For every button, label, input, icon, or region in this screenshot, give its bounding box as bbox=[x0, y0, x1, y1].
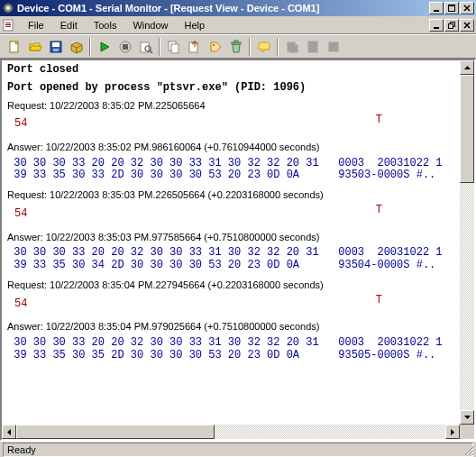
svg-rect-15 bbox=[53, 49, 59, 51]
answer-hex: 30 30 30 33 20 20 32 30 30 33 31 30 32 3… bbox=[7, 247, 454, 272]
status-text: Ready bbox=[3, 443, 473, 457]
menu-bar: File Edit Tools Window Help bbox=[22, 18, 429, 32]
mdi-minimize-button[interactable] bbox=[429, 19, 444, 32]
request-hex: 54 bbox=[7, 208, 27, 221]
svg-rect-18 bbox=[141, 42, 149, 52]
disabled-tool-1-icon bbox=[281, 37, 302, 57]
svg-line-20 bbox=[150, 50, 152, 53]
scroll-down-button[interactable] bbox=[460, 410, 474, 425]
request-ascii: T bbox=[376, 114, 454, 136]
copy-icon[interactable] bbox=[163, 37, 184, 57]
new-icon[interactable] bbox=[4, 37, 24, 57]
request-hex: 54 bbox=[7, 118, 27, 131]
toolbar-separator bbox=[249, 38, 251, 56]
request-line: Request: 10/22/2003 8:35:02 PM.225065664 bbox=[7, 100, 454, 112]
svg-rect-29 bbox=[290, 45, 298, 52]
request-line: Request: 10/22/2003 8:35:04 PM.227945664… bbox=[7, 279, 454, 291]
menu-tools[interactable]: Tools bbox=[87, 18, 124, 32]
toolbar-separator bbox=[277, 38, 279, 56]
scroll-track[interactable] bbox=[16, 425, 445, 439]
svg-rect-7 bbox=[5, 24, 11, 25]
scroll-corner bbox=[460, 425, 474, 439]
port-opened-line: Port opened by process "ptsvr.exe" (PID:… bbox=[7, 82, 454, 95]
svg-rect-6 bbox=[5, 23, 11, 23]
save-icon[interactable] bbox=[45, 37, 66, 57]
svg-rect-27 bbox=[259, 42, 270, 50]
trash-icon[interactable] bbox=[225, 37, 246, 57]
maximize-button[interactable] bbox=[444, 2, 459, 14]
scroll-thumb[interactable] bbox=[16, 425, 215, 439]
svg-rect-14 bbox=[52, 42, 60, 47]
stop-icon[interactable] bbox=[114, 37, 135, 57]
svg-rect-9 bbox=[434, 27, 439, 29]
svg-rect-2 bbox=[434, 10, 439, 12]
mdi-close-button[interactable] bbox=[460, 19, 474, 32]
toolbar-separator bbox=[159, 38, 160, 56]
disabled-tool-2-icon bbox=[302, 37, 323, 57]
tag-icon[interactable] bbox=[205, 37, 225, 57]
scroll-track[interactable] bbox=[460, 75, 474, 410]
toolbar-separator bbox=[89, 38, 91, 56]
menu-window[interactable]: Window bbox=[126, 18, 174, 32]
open-icon[interactable] bbox=[24, 37, 45, 57]
export-icon[interactable] bbox=[184, 37, 205, 57]
document-icon[interactable] bbox=[2, 18, 16, 32]
client-area: Port closed Port opened by process "ptsv… bbox=[0, 59, 476, 441]
svg-point-24 bbox=[213, 44, 215, 46]
scroll-left-button[interactable] bbox=[2, 425, 16, 439]
close-button[interactable] bbox=[460, 2, 474, 14]
answer-line: Answer: 10/22/2003 8:35:03 PM.977585664 … bbox=[7, 232, 454, 243]
menu-help[interactable]: Help bbox=[178, 18, 212, 32]
minimize-button[interactable] bbox=[429, 2, 444, 14]
menu-bar-row: File Edit Tools Window Help bbox=[0, 16, 476, 34]
request-hex: 54 bbox=[7, 298, 27, 311]
svg-point-32 bbox=[331, 44, 336, 50]
svg-rect-4 bbox=[448, 5, 455, 6]
package-icon[interactable] bbox=[66, 37, 87, 57]
play-icon[interactable] bbox=[94, 37, 114, 57]
answer-hex: 30 30 30 33 20 20 32 30 30 33 31 30 32 3… bbox=[7, 158, 454, 183]
scroll-thumb[interactable] bbox=[460, 75, 474, 183]
answer-line: Answer: 10/22/2003 8:35:02 PM.986160064 … bbox=[7, 142, 454, 153]
horizontal-scrollbar[interactable] bbox=[2, 425, 460, 439]
log-content[interactable]: Port closed Port opened by process "ptsv… bbox=[2, 60, 460, 425]
disabled-tool-3-icon bbox=[323, 37, 343, 57]
find-icon[interactable] bbox=[135, 37, 156, 57]
port-closed-line: Port closed bbox=[7, 64, 454, 77]
svg-rect-11 bbox=[449, 23, 453, 28]
svg-rect-30 bbox=[308, 41, 317, 52]
svg-rect-26 bbox=[234, 41, 238, 42]
size-grip-icon[interactable] bbox=[463, 444, 475, 456]
svg-rect-23 bbox=[189, 42, 197, 52]
status-bar: Ready bbox=[0, 441, 476, 457]
app-icon bbox=[2, 2, 14, 14]
menu-file[interactable]: File bbox=[22, 18, 50, 32]
request-ascii: T bbox=[376, 295, 454, 316]
vertical-scrollbar[interactable] bbox=[460, 60, 474, 425]
scroll-right-button[interactable] bbox=[445, 425, 460, 439]
svg-line-38 bbox=[473, 454, 474, 455]
window-title: Device - COM1 - Serial Monitor - [Reques… bbox=[17, 3, 429, 14]
request-line: Request: 10/22/2003 8:35:03 PM.226505664… bbox=[7, 189, 454, 201]
scroll-up-button[interactable] bbox=[460, 60, 474, 75]
svg-rect-17 bbox=[123, 44, 128, 50]
svg-point-1 bbox=[6, 6, 10, 10]
comment-icon[interactable] bbox=[253, 37, 274, 57]
svg-rect-22 bbox=[171, 44, 178, 53]
answer-hex: 30 30 30 33 20 20 32 30 30 33 31 30 32 3… bbox=[7, 337, 454, 362]
answer-line: Answer: 10/22/2003 8:35:04 PM.979025664 … bbox=[7, 321, 454, 333]
mdi-restore-button[interactable] bbox=[444, 19, 459, 32]
menu-edit[interactable]: Edit bbox=[54, 18, 84, 32]
title-bar: Device - COM1 - Serial Monitor - [Reques… bbox=[0, 0, 476, 16]
request-ascii: T bbox=[376, 205, 454, 226]
svg-rect-8 bbox=[5, 26, 11, 27]
toolbar bbox=[0, 34, 476, 59]
